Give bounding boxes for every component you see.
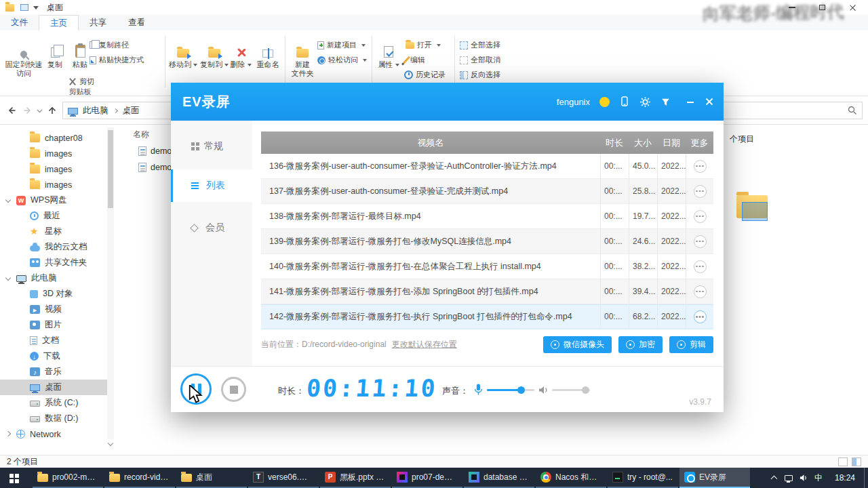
table-row[interactable]: 137-微服务案例-user-auth-consumer-登录验证-完成并测试.… <box>261 179 713 204</box>
phone-icon[interactable] <box>619 96 630 107</box>
tab-file[interactable]: 文件 <box>0 15 39 30</box>
more-button[interactable] <box>694 185 707 198</box>
table-row[interactable]: 139-微服务案例-部署运行-微服务打包-修改MySQL连接信息.mp400:.… <box>261 229 713 254</box>
wechat-camera-button[interactable]: 微信摄像头 <box>543 336 612 353</box>
table-row-selected[interactable]: 142-微服务案例-部署运行-微服务打包-执行 SpringBoot 打包插件的… <box>261 304 713 329</box>
header-size[interactable]: 大小 <box>629 137 657 149</box>
table-row[interactable]: 138-微服务案例-部署运行-最终目标.mp400:...19.7...2022… <box>261 204 713 229</box>
stop-button[interactable] <box>221 377 246 402</box>
copy-button[interactable]: 复制 <box>43 35 66 93</box>
taskbar-item-blackboard-pptx[interactable]: 黑板.pptx - ... <box>320 468 391 488</box>
taskbar-item-desktop[interactable]: 桌面 <box>176 468 247 488</box>
paste-shortcut-button[interactable]: 粘贴快捷方式 <box>90 55 144 65</box>
select-all-button[interactable]: 全部选择 <box>460 40 500 50</box>
collapse-chevron-icon[interactable] <box>5 431 11 436</box>
sidebar-item-images-2[interactable]: images <box>0 161 107 177</box>
quick-access-caret-icon[interactable] <box>33 6 39 9</box>
expand-chevron-icon[interactable] <box>5 197 11 203</box>
table-row[interactable]: 136-微服务案例-user-auth-consumer-登录验证-AuthCo… <box>261 154 713 179</box>
pin-to-quick-access-button[interactable]: 固定到快速访问 <box>4 35 43 93</box>
sidebar-item-music[interactable]: 音乐 <box>0 364 107 380</box>
taskbar-item-pro002[interactable]: pro002-ma... <box>33 468 103 488</box>
header-date[interactable]: 日期 <box>657 137 686 149</box>
scrollbar-thumb[interactable] <box>108 130 113 208</box>
slider-knob[interactable] <box>582 386 589 394</box>
settings-gear-icon[interactable] <box>639 96 651 108</box>
sidebar-item-wps-cloud[interactable]: WPS网盘 <box>0 192 107 208</box>
sidebar-item-this-pc[interactable]: 此电脑 <box>0 270 107 286</box>
cut-button[interactable]: 剪切 <box>68 77 94 87</box>
invert-selection-button[interactable]: 反向选择 <box>460 70 500 80</box>
quick-access-toolbar-icon[interactable] <box>20 4 28 11</box>
ev-titlebar[interactable]: EV录屏 fengunix <box>171 83 724 121</box>
back-button[interactable] <box>5 104 18 117</box>
sidebar-item-images-3[interactable]: images <box>0 177 107 192</box>
up-button[interactable] <box>46 104 58 117</box>
sidebar-item-recent[interactable]: 最近 <box>0 208 107 224</box>
copy-path-button[interactable]: 复制路径 <box>90 40 129 50</box>
encrypt-button[interactable]: 加密 <box>618 336 663 353</box>
more-button[interactable] <box>694 235 707 248</box>
sidebar-scrollbar[interactable] <box>107 127 114 439</box>
sidebar-item-c-drive[interactable]: 系统 (C:) <box>0 395 107 411</box>
nav-item-member[interactable]: 会员 <box>171 211 252 244</box>
view-list-button[interactable] <box>838 458 848 466</box>
tab-view[interactable]: 查看 <box>117 15 156 30</box>
forward-button[interactable] <box>22 104 34 117</box>
sidebar-item-my-cloud-docs[interactable]: 我的云文档 <box>0 239 107 255</box>
taskbar-item-pro07[interactable]: pro07-dem... <box>392 468 462 488</box>
ev-minimize-button[interactable] <box>686 97 695 106</box>
volume-tray-icon[interactable] <box>796 468 811 488</box>
speaker-volume-slider[interactable] <box>552 389 590 391</box>
open-button[interactable]: 打开 <box>406 40 441 50</box>
taskbar-item-database[interactable]: database - ... <box>464 468 534 488</box>
taskbar-item-record-video[interactable]: record-vide... <box>104 468 175 488</box>
sidebar-item-starred[interactable]: 星标 <box>0 224 107 239</box>
show-desktop-button[interactable] <box>864 468 868 488</box>
sidebar-item-d-drive[interactable]: 数据 (D:) <box>0 411 107 426</box>
ev-close-button[interactable] <box>705 97 714 106</box>
ime-indicator[interactable]: 中 <box>811 468 826 488</box>
sidebar-item-pictures[interactable]: 图片 <box>0 317 107 333</box>
header-duration[interactable]: 时长 <box>600 137 629 149</box>
file-list-name-header[interactable]: 名称 <box>133 129 149 140</box>
microphone-icon[interactable] <box>473 383 484 396</box>
tab-share[interactable]: 共享 <box>79 15 117 30</box>
easy-access-button[interactable]: 轻松访问 <box>317 55 367 65</box>
filter-menu-icon[interactable] <box>660 97 671 107</box>
sidebar-item-desktop[interactable]: 桌面 <box>0 380 107 395</box>
ev-username[interactable]: fengunix <box>557 97 590 107</box>
user-avatar[interactable] <box>599 97 610 107</box>
breadcrumb-current[interactable]: 桌面 <box>123 105 140 117</box>
expand-chevron-icon[interactable] <box>5 275 11 281</box>
more-button[interactable] <box>694 310 707 323</box>
clip-button[interactable]: 剪辑 <box>669 336 713 353</box>
speaker-icon[interactable] <box>538 385 549 395</box>
sidebar-item-shared-folder[interactable]: 共享文件夹 <box>0 255 107 270</box>
nav-item-list[interactable]: 列表 <box>171 169 252 202</box>
sidebar-item-3d-objects[interactable]: 3D 对象 <box>0 286 107 302</box>
sidebar-item-documents[interactable]: 文档 <box>0 333 107 348</box>
recent-locations-button[interactable] <box>35 104 43 117</box>
taskbar-item-verse06[interactable]: verse06.md... <box>248 468 319 488</box>
taskbar-item-nacos-browser[interactable]: Nacos 和另... <box>536 468 606 488</box>
nav-item-general[interactable]: 常规 <box>171 130 252 163</box>
breadcrumb-root[interactable]: 此电脑 <box>83 105 108 117</box>
sidebar-item-downloads[interactable]: 下载 <box>0 348 107 364</box>
taskbar-item-terminal[interactable]: try - root@... <box>608 468 678 488</box>
edit-button[interactable]: 编辑 <box>406 55 425 65</box>
select-none-button[interactable]: 全部取消 <box>460 55 500 65</box>
more-button[interactable] <box>694 285 707 298</box>
new-item-button[interactable]: 新建项目 <box>317 40 366 50</box>
header-more[interactable]: 更多 <box>686 137 713 149</box>
more-button[interactable] <box>694 160 707 173</box>
start-button[interactable] <box>0 468 33 488</box>
tab-home[interactable]: 主页 <box>39 15 79 30</box>
network-tray-icon[interactable] <box>781 468 796 488</box>
change-save-location-link[interactable]: 更改默认保存位置 <box>392 340 457 349</box>
header-video-name[interactable]: 视频名 <box>261 137 600 149</box>
clock[interactable]: 18:24 <box>826 473 864 483</box>
sidebar-item-videos[interactable]: 视频 <box>0 302 107 317</box>
sidebar-item-network[interactable]: Network <box>0 426 107 442</box>
sidebar-item-images-1[interactable]: images <box>0 146 107 161</box>
